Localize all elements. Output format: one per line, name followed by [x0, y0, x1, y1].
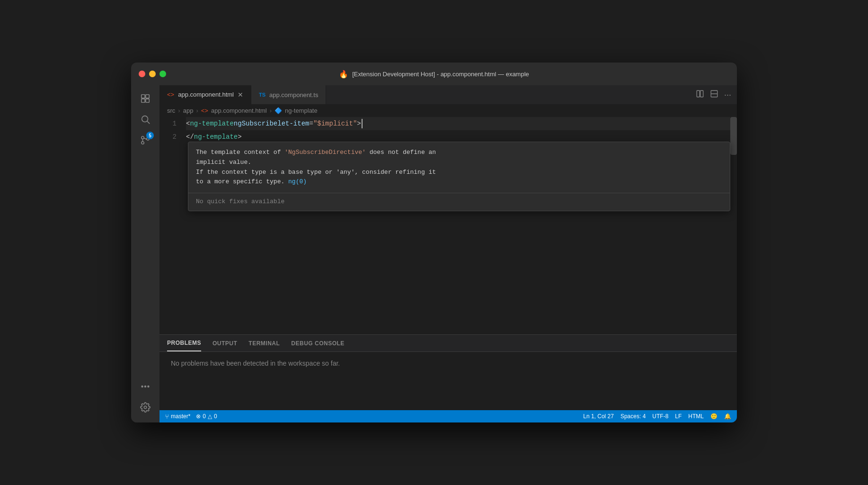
close-button[interactable]: [139, 71, 145, 77]
line-num-1: 1: [159, 117, 177, 130]
branch-indicator[interactable]: ⑂ master*: [165, 413, 190, 420]
tab-ts[interactable]: TS app.component.ts: [251, 85, 326, 104]
warning-count: 0: [214, 413, 217, 420]
panel-area: PROBLEMS OUTPUT TERMINAL DEBUG CONSOLE N…: [159, 334, 737, 410]
svg-rect-2: [142, 99, 145, 102]
svg-line-5: [147, 121, 150, 124]
code-tag-ng-template: ng-template: [190, 117, 233, 130]
sidebar-item-search[interactable]: [136, 110, 155, 129]
tab-terminal[interactable]: TERMINAL: [248, 335, 280, 351]
split-editor-button[interactable]: [694, 88, 706, 102]
tooltip-line1: The template context of 'NgSubscribeDire…: [196, 148, 722, 158]
encoding-indicator[interactable]: UTF-8: [652, 413, 668, 420]
breadcrumb-ng-template: ng-template: [285, 107, 318, 114]
sidebar-item-settings[interactable]: [136, 398, 155, 417]
encoding-text: UTF-8: [652, 413, 668, 420]
maximize-button[interactable]: [159, 71, 166, 77]
html-file-icon: <>: [167, 91, 174, 98]
svg-point-12: [145, 386, 146, 387]
status-left: ⑂ master* ⊗ 0 △ 0: [165, 413, 217, 420]
svg-rect-16: [700, 90, 703, 97]
main-layout: 5 <> app: [131, 85, 737, 422]
svg-point-13: [148, 386, 149, 387]
svg-rect-0: [142, 95, 145, 98]
panel-content: No problems have been detected in the wo…: [159, 352, 737, 410]
breadcrumb-filename: app.component.html: [211, 107, 267, 114]
titlebar: 🔥 [Extension Development Host] - app.com…: [131, 63, 737, 85]
position-text: Ln 1, Col 27: [583, 413, 614, 420]
code-bracket-open: <: [186, 117, 190, 130]
svg-point-11: [142, 386, 143, 387]
spaces-indicator[interactable]: Spaces: 4: [620, 413, 646, 420]
tab-bar: <> app.component.html ✕ TS app.component…: [159, 85, 737, 104]
activity-bar: 5: [131, 85, 159, 422]
branch-name: master*: [171, 413, 190, 420]
breadcrumb-ng-icon: 🔷: [275, 107, 282, 114]
breadcrumb: src › app › <> app.component.html › 🔷 ng…: [159, 104, 737, 117]
code-line-1[interactable]: <ng-template ngSubscribe let-item="$impl…: [186, 117, 730, 130]
editor-area: <> app.component.html ✕ TS app.component…: [159, 85, 737, 422]
tab-close-html[interactable]: ✕: [238, 91, 243, 99]
svg-point-4: [142, 116, 148, 122]
panel-tabs: PROBLEMS OUTPUT TERMINAL DEBUG CONSOLE: [159, 335, 737, 352]
tab-bar-actions: ···: [694, 88, 737, 102]
scrollbar-thumb[interactable]: [730, 117, 737, 155]
problems-message: No problems have been detected in the wo…: [171, 359, 340, 367]
sidebar-item-explorer[interactable]: [136, 89, 155, 108]
tooltip-body: The template context of 'NgSubscribeDire…: [188, 142, 730, 193]
line-ending-indicator[interactable]: LF: [675, 413, 682, 420]
svg-rect-3: [146, 99, 149, 102]
errors-indicator[interactable]: ⊗ 0 △ 0: [196, 413, 217, 420]
vertical-scrollbar[interactable]: [730, 117, 737, 334]
cursor-position[interactable]: Ln 1, Col 27: [583, 413, 614, 420]
line-ending-text: LF: [675, 413, 682, 420]
git-branch-icon: ⑂: [165, 413, 169, 420]
tooltip-line4: to a more specific type. ng(0): [196, 177, 722, 187]
svg-rect-15: [697, 90, 700, 97]
tab-html-label: app.component.html: [178, 91, 234, 98]
ts-file-icon: TS: [259, 92, 266, 98]
minimize-button[interactable]: [149, 71, 156, 77]
error-tooltip: The template context of 'NgSubscribeDire…: [188, 142, 730, 211]
traffic-lights: [139, 71, 166, 77]
warning-icon: △: [208, 413, 212, 420]
line-num-2: 2: [159, 130, 177, 144]
cursor: [362, 119, 363, 128]
code-attr-let-item: let-item: [277, 117, 309, 130]
breadcrumb-file-icon: <>: [201, 107, 208, 114]
status-bar: ⑂ master* ⊗ 0 △ 0 Ln 1, Col 27 S: [159, 410, 737, 422]
layout-button[interactable]: [708, 88, 720, 102]
tab-problems[interactable]: PROBLEMS: [167, 335, 201, 351]
tab-html[interactable]: <> app.component.html ✕: [159, 85, 251, 104]
window-title: 🔥 [Extension Development Host] - app.com…: [339, 70, 529, 79]
svg-line-10: [144, 138, 147, 139]
error-icon: ⊗: [196, 413, 201, 420]
tooltip-quick-fixes: No quick fixes available: [188, 193, 730, 211]
svg-rect-1: [146, 95, 149, 98]
sidebar-item-extensions[interactable]: [136, 377, 155, 396]
code-equals: =: [309, 117, 313, 130]
error-count: 0: [203, 413, 206, 420]
svg-point-7: [142, 142, 144, 144]
git-badge: 5: [146, 132, 154, 139]
line-numbers: 1 2: [159, 117, 182, 334]
tooltip-code-ref: ng(0): [288, 178, 307, 185]
code-bracket-close: >: [357, 117, 361, 130]
tooltip-line3: If the context type is a base type or 'a…: [196, 168, 722, 178]
bell-icon: 🔔: [724, 413, 731, 420]
flame-icon: 🔥: [339, 70, 348, 79]
code-attr-ngsubscribe: ngSubscribe: [234, 117, 277, 130]
notification-bell[interactable]: 🔔: [724, 413, 731, 420]
language-indicator[interactable]: HTML: [688, 413, 704, 420]
sidebar-item-git[interactable]: 5: [136, 131, 155, 150]
smiley-icon: 🙂: [710, 413, 717, 420]
tab-ts-label: app.component.ts: [269, 91, 318, 99]
language-text: HTML: [688, 413, 704, 420]
editor-content: The template context of 'NgSubscribeDire…: [159, 117, 737, 334]
tab-debug-console[interactable]: DEBUG CONSOLE: [291, 335, 345, 351]
breadcrumb-app: app: [183, 107, 194, 114]
smiley-button[interactable]: 🙂: [710, 413, 717, 420]
tab-output[interactable]: OUTPUT: [213, 335, 237, 351]
more-actions-button[interactable]: ···: [722, 88, 733, 102]
spaces-text: Spaces: 4: [620, 413, 646, 420]
